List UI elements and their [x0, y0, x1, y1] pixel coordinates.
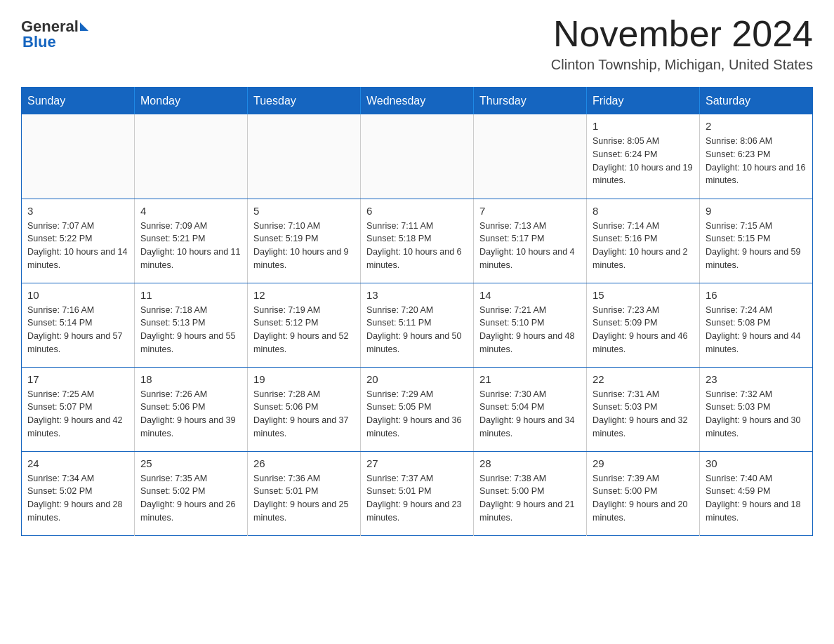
calendar-week-row: 3Sunrise: 7:07 AM Sunset: 5:22 PM Daylig…	[22, 199, 813, 283]
day-number: 3	[27, 205, 128, 217]
calendar-day-header: Saturday	[700, 88, 813, 115]
day-info: Sunrise: 7:37 AM Sunset: 5:01 PM Dayligh…	[366, 472, 468, 525]
title-area: November 2024 Clinton Township, Michigan…	[551, 14, 813, 73]
calendar-cell: 29Sunrise: 7:39 AM Sunset: 5:00 PM Dayli…	[587, 451, 700, 535]
calendar-cell: 15Sunrise: 7:23 AM Sunset: 5:09 PM Dayli…	[587, 283, 700, 367]
day-number: 12	[253, 289, 355, 301]
day-number: 14	[479, 289, 581, 301]
calendar-cell: 9Sunrise: 7:15 AM Sunset: 5:15 PM Daylig…	[700, 199, 813, 283]
calendar-cell: 6Sunrise: 7:11 AM Sunset: 5:18 PM Daylig…	[361, 199, 474, 283]
day-number: 16	[706, 289, 807, 301]
day-number: 2	[706, 120, 807, 132]
calendar-cell: 3Sunrise: 7:07 AM Sunset: 5:22 PM Daylig…	[22, 199, 135, 283]
day-number: 23	[706, 373, 807, 385]
calendar-week-row: 10Sunrise: 7:16 AM Sunset: 5:14 PM Dayli…	[22, 283, 813, 367]
month-title: November 2024	[551, 14, 813, 54]
calendar-day-header: Tuesday	[248, 88, 361, 115]
calendar-cell: 11Sunrise: 7:18 AM Sunset: 5:13 PM Dayli…	[135, 283, 248, 367]
calendar-cell: 16Sunrise: 7:24 AM Sunset: 5:08 PM Dayli…	[700, 283, 813, 367]
day-info: Sunrise: 7:14 AM Sunset: 5:16 PM Dayligh…	[593, 220, 694, 272]
day-number: 13	[366, 289, 468, 301]
calendar-cell: 14Sunrise: 7:21 AM Sunset: 5:10 PM Dayli…	[474, 283, 587, 367]
day-number: 20	[366, 373, 468, 385]
day-info: Sunrise: 7:07 AM Sunset: 5:22 PM Dayligh…	[27, 220, 128, 272]
day-info: Sunrise: 7:24 AM Sunset: 5:08 PM Dayligh…	[706, 304, 807, 356]
day-number: 28	[479, 457, 581, 469]
day-number: 18	[140, 373, 241, 385]
day-number: 21	[479, 373, 581, 385]
day-number: 15	[593, 289, 694, 301]
day-info: Sunrise: 7:10 AM Sunset: 5:19 PM Dayligh…	[253, 220, 355, 272]
calendar-cell	[22, 114, 135, 199]
calendar-day-header: Friday	[587, 88, 700, 115]
calendar-cell: 28Sunrise: 7:38 AM Sunset: 5:00 PM Dayli…	[474, 451, 587, 535]
calendar-table: SundayMondayTuesdayWednesdayThursdayFrid…	[21, 87, 813, 536]
calendar-cell: 12Sunrise: 7:19 AM Sunset: 5:12 PM Dayli…	[248, 283, 361, 367]
calendar-day-header: Thursday	[474, 88, 587, 115]
day-info: Sunrise: 8:05 AM Sunset: 6:24 PM Dayligh…	[593, 135, 694, 187]
calendar-cell: 19Sunrise: 7:28 AM Sunset: 5:06 PM Dayli…	[248, 367, 361, 451]
calendar-day-header: Monday	[135, 88, 248, 115]
calendar-cell	[474, 114, 587, 199]
day-number: 24	[27, 457, 128, 469]
calendar-cell: 10Sunrise: 7:16 AM Sunset: 5:14 PM Dayli…	[22, 283, 135, 367]
day-number: 27	[366, 457, 468, 469]
calendar-week-row: 1Sunrise: 8:05 AM Sunset: 6:24 PM Daylig…	[22, 114, 813, 199]
day-number: 8	[593, 205, 694, 217]
day-number: 6	[366, 205, 468, 217]
day-number: 19	[253, 373, 355, 385]
day-info: Sunrise: 7:09 AM Sunset: 5:21 PM Dayligh…	[140, 220, 241, 272]
calendar-cell: 25Sunrise: 7:35 AM Sunset: 5:02 PM Dayli…	[135, 451, 248, 535]
day-number: 4	[140, 205, 241, 217]
day-info: Sunrise: 7:20 AM Sunset: 5:11 PM Dayligh…	[366, 304, 468, 356]
day-info: Sunrise: 7:18 AM Sunset: 5:13 PM Dayligh…	[140, 304, 241, 356]
day-number: 7	[479, 205, 581, 217]
calendar-cell: 8Sunrise: 7:14 AM Sunset: 5:16 PM Daylig…	[587, 199, 700, 283]
day-number: 9	[706, 205, 807, 217]
day-info: Sunrise: 7:23 AM Sunset: 5:09 PM Dayligh…	[593, 304, 694, 356]
calendar-cell: 26Sunrise: 7:36 AM Sunset: 5:01 PM Dayli…	[248, 451, 361, 535]
day-number: 11	[140, 289, 241, 301]
calendar-day-header: Sunday	[22, 88, 135, 115]
calendar-cell: 1Sunrise: 8:05 AM Sunset: 6:24 PM Daylig…	[587, 114, 700, 199]
calendar-cell: 5Sunrise: 7:10 AM Sunset: 5:19 PM Daylig…	[248, 199, 361, 283]
day-info: Sunrise: 7:38 AM Sunset: 5:00 PM Dayligh…	[479, 472, 581, 525]
calendar-cell: 13Sunrise: 7:20 AM Sunset: 5:11 PM Dayli…	[361, 283, 474, 367]
calendar-cell: 24Sunrise: 7:34 AM Sunset: 5:02 PM Dayli…	[22, 451, 135, 535]
day-number: 17	[27, 373, 128, 385]
day-info: Sunrise: 7:25 AM Sunset: 5:07 PM Dayligh…	[27, 388, 128, 441]
day-number: 10	[27, 289, 128, 301]
day-number: 22	[593, 373, 694, 385]
calendar-cell	[248, 114, 361, 199]
calendar-cell: 23Sunrise: 7:32 AM Sunset: 5:03 PM Dayli…	[700, 367, 813, 451]
logo-blue-text: Blue	[22, 33, 56, 51]
calendar-cell: 22Sunrise: 7:31 AM Sunset: 5:03 PM Dayli…	[587, 367, 700, 451]
calendar-cell: 27Sunrise: 7:37 AM Sunset: 5:01 PM Dayli…	[361, 451, 474, 535]
day-number: 25	[140, 457, 241, 469]
location-title: Clinton Township, Michigan, United State…	[551, 57, 813, 73]
day-info: Sunrise: 7:13 AM Sunset: 5:17 PM Dayligh…	[479, 220, 581, 272]
calendar-header-row: SundayMondayTuesdayWednesdayThursdayFrid…	[22, 88, 813, 115]
logo: General Blue	[21, 14, 88, 51]
calendar-week-row: 24Sunrise: 7:34 AM Sunset: 5:02 PM Dayli…	[22, 451, 813, 535]
day-number: 29	[593, 457, 694, 469]
day-info: Sunrise: 7:39 AM Sunset: 5:00 PM Dayligh…	[593, 472, 694, 525]
day-info: Sunrise: 7:34 AM Sunset: 5:02 PM Dayligh…	[27, 472, 128, 525]
day-number: 1	[593, 120, 694, 132]
day-info: Sunrise: 7:32 AM Sunset: 5:03 PM Dayligh…	[706, 388, 807, 441]
calendar-cell	[361, 114, 474, 199]
day-info: Sunrise: 7:29 AM Sunset: 5:05 PM Dayligh…	[366, 388, 468, 441]
calendar-cell: 20Sunrise: 7:29 AM Sunset: 5:05 PM Dayli…	[361, 367, 474, 451]
day-number: 30	[706, 457, 807, 469]
day-info: Sunrise: 7:35 AM Sunset: 5:02 PM Dayligh…	[140, 472, 241, 525]
calendar-cell: 17Sunrise: 7:25 AM Sunset: 5:07 PM Dayli…	[22, 367, 135, 451]
page-header: General Blue November 2024 Clinton Towns…	[21, 14, 813, 73]
calendar-week-row: 17Sunrise: 7:25 AM Sunset: 5:07 PM Dayli…	[22, 367, 813, 451]
calendar-cell: 2Sunrise: 8:06 AM Sunset: 6:23 PM Daylig…	[700, 114, 813, 199]
day-info: Sunrise: 7:40 AM Sunset: 4:59 PM Dayligh…	[706, 472, 807, 525]
calendar-cell: 30Sunrise: 7:40 AM Sunset: 4:59 PM Dayli…	[700, 451, 813, 535]
day-info: Sunrise: 7:28 AM Sunset: 5:06 PM Dayligh…	[253, 388, 355, 441]
day-number: 26	[253, 457, 355, 469]
calendar-cell: 18Sunrise: 7:26 AM Sunset: 5:06 PM Dayli…	[135, 367, 248, 451]
logo-triangle-icon	[80, 22, 88, 31]
